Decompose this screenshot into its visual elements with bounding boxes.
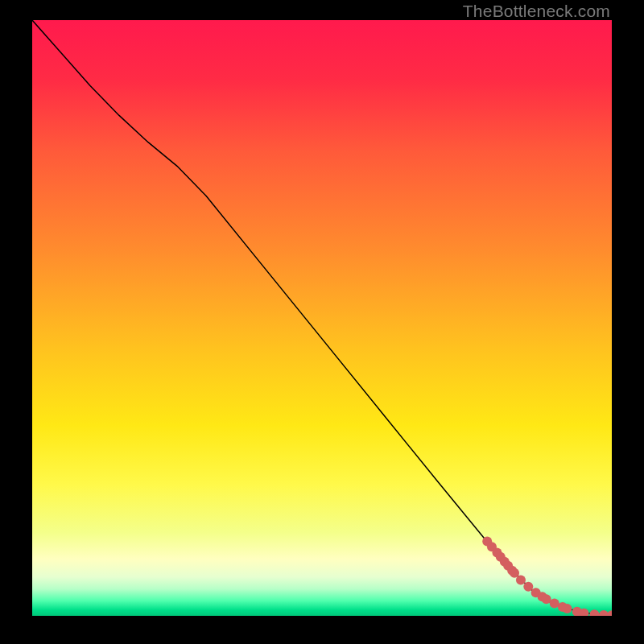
bottleneck-chart — [32, 20, 612, 616]
watermark-text: TheBottleneck.com — [463, 2, 610, 21]
plot-background — [32, 20, 612, 616]
chart-stage: TheBottleneck.com — [0, 0, 644, 644]
data-point — [516, 576, 526, 585]
data-point — [563, 604, 572, 613]
data-point — [523, 582, 533, 592]
